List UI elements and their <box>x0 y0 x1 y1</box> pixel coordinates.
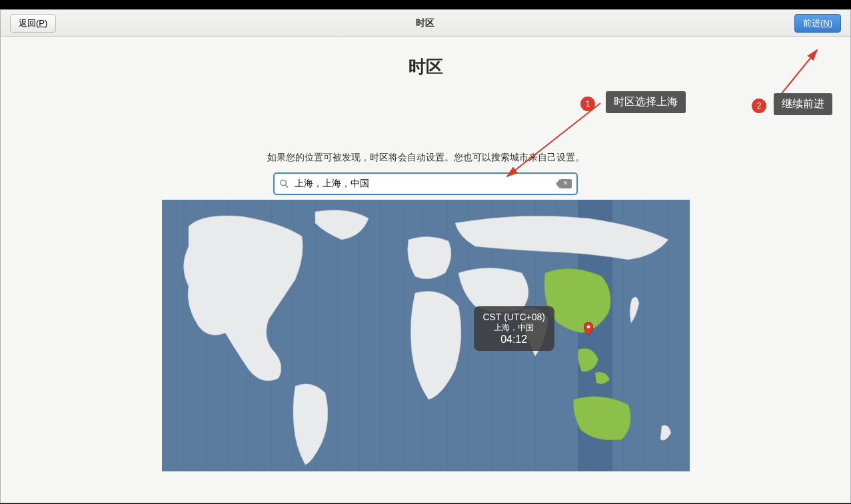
annotation-badge-1: 1 <box>580 97 595 111</box>
svg-line-1 <box>285 185 288 188</box>
tooltip-location: 上海，中国 <box>483 322 545 334</box>
next-button-suffix: ) <box>830 18 832 28</box>
search-input[interactable] <box>274 173 577 194</box>
svg-point-2 <box>586 326 590 329</box>
map-pin-icon <box>584 322 593 336</box>
annotation-badge-2: 2 <box>752 99 766 113</box>
search-wrap <box>274 173 577 194</box>
search-icon <box>279 179 289 189</box>
back-button-shortcut: P <box>39 18 45 28</box>
back-button[interactable]: 返回(P) <box>10 14 56 33</box>
back-button-prefix: 返回( <box>19 17 39 29</box>
titlebar: 返回(P) 时区 前进(N) <box>1 10 850 37</box>
next-button-prefix: 前进( <box>803 17 823 29</box>
back-button-suffix: ) <box>45 18 47 28</box>
timezone-map[interactable]: CST (UTC+08) 上海，中国 04:12 <box>162 200 690 471</box>
annotation-callout-2: 继续前进 <box>774 93 832 115</box>
next-button-shortcut: N <box>823 18 829 28</box>
content: 时区 如果您的位置可被发现，时区将会自动设置。您也可以搜索城市来自己设置。 <box>1 37 850 471</box>
world-map-svg <box>162 200 690 471</box>
svg-point-0 <box>281 180 286 185</box>
next-button[interactable]: 前进(N) <box>794 14 841 33</box>
timezone-tooltip: CST (UTC+08) 上海，中国 04:12 <box>474 306 554 351</box>
annotation-callout-1: 时区选择上海 <box>606 91 686 113</box>
tooltip-tzcode: CST (UTC+08) <box>483 312 545 322</box>
window-title: 时区 <box>416 17 434 29</box>
tooltip-time: 04:12 <box>483 334 545 346</box>
clear-icon[interactable] <box>560 179 572 188</box>
page-heading: 时区 <box>1 55 850 79</box>
hint-text: 如果您的位置可被发现，时区将会自动设置。您也可以搜索城市来自己设置。 <box>1 152 850 164</box>
window: 返回(P) 时区 前进(N) 时区 如果您的位置可被发现，时区将会自动设置。您也… <box>0 9 851 503</box>
